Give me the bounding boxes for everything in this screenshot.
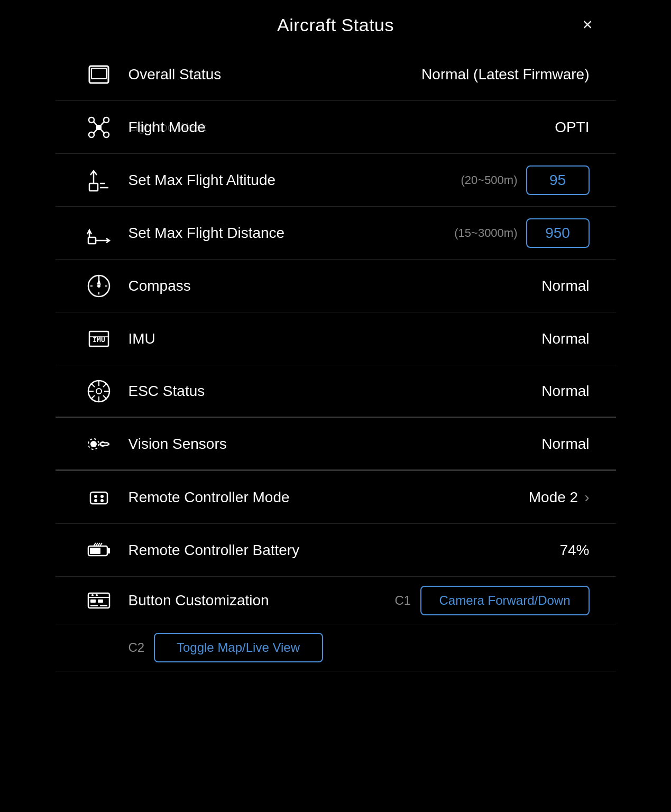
svg-point-25 xyxy=(97,284,100,288)
rc-battery-value: 74% xyxy=(559,542,589,559)
compass-label: Compass xyxy=(128,278,542,294)
aircraft-status-panel: Aircraft Status × Overall Status Normal … xyxy=(56,0,616,693)
max-altitude-range: (20~500m) xyxy=(461,173,517,187)
altitude-icon xyxy=(82,163,116,197)
rc-icon xyxy=(82,481,116,514)
vision-sensors-value: Normal xyxy=(541,436,589,453)
svg-marker-24 xyxy=(97,279,101,285)
esc-icon xyxy=(82,374,116,408)
page-container: Aircraft Status × Overall Status Normal … xyxy=(0,0,671,812)
max-distance-row: Set Max Flight Distance (15~3000m) xyxy=(56,207,616,260)
esc-row: ESC Status Normal xyxy=(56,365,616,418)
svg-rect-15 xyxy=(88,237,96,244)
svg-rect-59 xyxy=(90,605,98,606)
vision-sensors-row: Vision Sensors Normal xyxy=(56,418,616,471)
esc-label: ESC Status xyxy=(128,383,542,400)
svg-line-36 xyxy=(103,395,107,399)
c2-button[interactable]: Toggle Map/Live View xyxy=(154,633,323,662)
flight-mode-warning: Light too Weak xyxy=(130,121,207,134)
compass-row: Compass Normal xyxy=(56,260,616,312)
imu-value: Normal xyxy=(541,330,589,347)
button-customization-row: Button Customization C1 Camera Forward/D… xyxy=(56,577,616,624)
battery-icon xyxy=(82,533,116,567)
drone-icon xyxy=(82,110,116,144)
distance-icon xyxy=(82,216,116,250)
compass-icon xyxy=(82,269,116,303)
svg-rect-1 xyxy=(91,68,106,79)
svg-rect-57 xyxy=(90,599,96,603)
flight-mode-row: Flight Mode Light too Weak OPTI xyxy=(56,101,616,154)
rc-mode-row[interactable]: Remote Controller Mode Mode 2 › xyxy=(56,471,616,524)
svg-rect-48 xyxy=(90,548,100,554)
imu-icon: IMU xyxy=(82,322,116,356)
svg-point-42 xyxy=(94,495,97,498)
imu-label: IMU xyxy=(128,330,542,347)
rc-mode-label: Remote Controller Mode xyxy=(128,489,529,506)
svg-point-55 xyxy=(91,594,94,596)
rc-mode-chevron: › xyxy=(584,489,589,506)
rc-mode-value: Mode 2 xyxy=(529,489,578,506)
modal-title: Aircraft Status xyxy=(277,15,394,35)
max-distance-label: Set Max Flight Distance xyxy=(128,225,455,242)
imu-row: IMU IMU Normal xyxy=(56,312,616,365)
button-customization-label: Button Customization xyxy=(128,592,395,609)
c1-label: C1 xyxy=(395,593,412,608)
overall-status-row: Overall Status Normal (Latest Firmware) xyxy=(56,48,616,101)
svg-point-56 xyxy=(96,594,98,596)
max-altitude-label: Set Max Flight Altitude xyxy=(128,172,461,189)
max-altitude-row: Set Max Flight Altitude (20~500m) xyxy=(56,154,616,207)
max-distance-input[interactable] xyxy=(526,218,590,248)
vision-icon xyxy=(82,427,116,461)
svg-rect-58 xyxy=(98,599,103,603)
svg-rect-11 xyxy=(89,183,98,191)
svg-rect-41 xyxy=(90,492,107,504)
svg-point-30 xyxy=(96,389,102,394)
svg-rect-10 xyxy=(96,125,102,130)
close-button[interactable]: × xyxy=(581,14,595,35)
svg-rect-47 xyxy=(107,548,110,553)
max-altitude-input[interactable] xyxy=(526,165,590,195)
svg-line-37 xyxy=(103,383,107,387)
svg-rect-60 xyxy=(100,605,107,606)
c1-button[interactable]: Camera Forward/Down xyxy=(420,586,590,615)
modal-header: Aircraft Status × xyxy=(56,0,616,48)
svg-point-43 xyxy=(100,495,104,498)
svg-point-44 xyxy=(94,499,97,502)
overall-status-value: Normal (Latest Firmware) xyxy=(421,66,589,83)
svg-line-35 xyxy=(91,383,95,387)
c2-row: C2 Toggle Map/Live View xyxy=(56,624,616,671)
device-icon xyxy=(82,58,116,91)
svg-point-45 xyxy=(100,499,104,502)
svg-point-39 xyxy=(90,441,97,447)
rc-battery-label: Remote Controller Battery xyxy=(128,542,560,559)
customize-icon xyxy=(82,584,116,617)
flight-mode-value: OPTI xyxy=(555,119,589,136)
overall-status-label: Overall Status xyxy=(128,66,422,83)
max-distance-range: (15~3000m) xyxy=(454,226,517,240)
rc-battery-row: Remote Controller Battery 74% xyxy=(56,524,616,577)
vision-sensors-label: Vision Sensors xyxy=(128,436,542,453)
c2-label: C2 xyxy=(128,640,145,655)
svg-line-38 xyxy=(91,395,95,399)
esc-value: Normal xyxy=(541,383,589,400)
compass-value: Normal xyxy=(541,278,589,294)
